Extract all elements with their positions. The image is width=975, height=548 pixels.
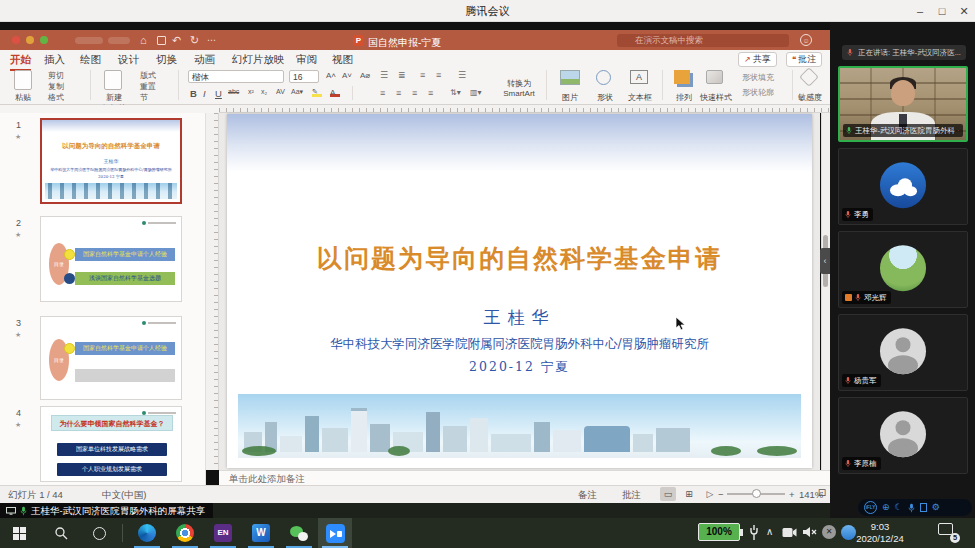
ifly-moon-icon[interactable]: ☾ [895,499,903,516]
tab-insert[interactable]: 插入 [44,53,65,67]
participant-video-4[interactable]: 杨贵军 [838,314,968,391]
quick-styles-label[interactable]: 快速样式 [696,92,736,103]
quick-styles-icon[interactable] [706,70,723,84]
ppt-search-input[interactable]: 在演示文稿中搜索 [617,34,789,47]
speaker-muted-icon[interactable] [803,526,817,538]
ifly-toolbar[interactable]: iFLY ⊕ ☾ ⚙ [858,499,972,516]
participant-video-2[interactable]: 李勇 [838,148,968,225]
normal-view-button[interactable]: ▭ [660,487,676,501]
strikethrough-button[interactable]: abc [228,88,239,95]
shape-fill-button[interactable]: 形状填充 [742,73,774,83]
numbering-icon[interactable]: ≣ [398,70,406,80]
shape-outline-button[interactable]: 形状轮廓 [742,88,774,98]
redo-icon[interactable]: ↻ [190,33,199,47]
maximize-button[interactable]: □ [934,3,950,19]
text-direction-icon[interactable]: ⇅▾ [450,88,461,98]
bullets-icon[interactable]: ☰ [380,70,388,80]
slide-thumbnail-4[interactable]: 为什么要申领国家自然科学基金？ 国家单位科技发展战略需求 个人职业规划发展需求 [40,406,182,482]
taskbar-word[interactable]: W [244,518,278,548]
toolbar-more-icon[interactable]: ⋯ [207,33,216,47]
taskbar-edge[interactable] [130,518,164,548]
tray-chevron-icon[interactable]: ∧ [766,526,773,537]
notes-placeholder[interactable]: 单击此处添加备注 [219,470,830,485]
feedback-smiley-icon[interactable]: ☺ [800,34,812,46]
tab-animations[interactable]: 动画 [194,53,215,67]
smartart-button[interactable]: 转换为 SmartArt [496,78,542,98]
highlight-color-icon[interactable]: ✎ [312,88,322,97]
arrange-icon[interactable] [674,70,690,84]
shapes-icon[interactable] [596,70,611,85]
align-right-icon[interactable]: ≡ [412,88,417,98]
font-size-combobox[interactable]: 16 [289,70,319,83]
zoom-in-button[interactable]: + [789,489,795,500]
slide-canvas[interactable]: 以问题为导向的自然科学基金申请 王桂华 华中科技大学同济医学院附属同济医院胃肠外… [227,114,812,468]
picture-icon[interactable] [560,70,580,85]
justify-icon[interactable]: ≡ [428,88,433,98]
format-painter-button[interactable]: 格式 [48,93,64,103]
new-slide-icon[interactable] [104,70,122,90]
font-color-icon[interactable]: A [330,88,340,97]
tab-review[interactable]: 审阅 [296,53,317,67]
power-plug-icon[interactable] [748,524,760,541]
superscript-button[interactable]: x² [248,88,254,95]
tab-slideshow[interactable]: 幻灯片放映 [232,53,285,67]
clear-format-icon[interactable]: A⌀ [360,71,370,80]
indent-decrease-icon[interactable]: ≡ [420,70,425,80]
mac-minimize-button[interactable] [26,36,34,44]
participant-video-3[interactable]: 邓光辉 [838,231,968,308]
ifly-doc-icon[interactable] [920,503,927,512]
tab-draw[interactable]: 绘图 [80,53,101,67]
slide-thumbnail-3[interactable]: 目录 国家自然科学基金申请个人经验 [40,316,182,400]
columns-icon[interactable]: ▥▾ [470,88,482,98]
zoom-out-button[interactable]: − [718,489,724,500]
mac-zoom-button[interactable] [40,36,48,44]
battery-indicator[interactable]: 100% [698,523,740,541]
taskbar-clock[interactable]: 9:03 2020/12/24 [845,521,915,545]
tab-home[interactable]: 开始 [10,53,31,71]
indent-increase-icon[interactable]: ≡ [436,70,441,80]
taskbar-meeting[interactable] [318,518,352,548]
align-left-icon[interactable]: ≡ [380,88,385,98]
taskbar-chrome[interactable] [168,518,202,548]
tray-camera-icon[interactable] [782,527,797,538]
mac-close-button[interactable] [12,36,20,44]
ifly-settings-icon[interactable]: ⚙ [932,499,940,516]
tab-view[interactable]: 视图 [332,53,353,67]
notes-toggle[interactable]: 备注 [578,489,597,502]
paste-icon[interactable] [14,70,32,90]
minimize-button[interactable]: – [912,3,928,19]
char-spacing-icon[interactable]: AV [276,88,285,95]
close-button[interactable]: ✕ [956,3,972,19]
slide-thumbnail-1[interactable]: 以问题为导向的自然科学基金申请 王桂华 华中科技大学同济医学院附属同济医院胃肠外… [40,118,182,204]
undo-icon[interactable]: ↶ [172,33,181,47]
shapes-label[interactable]: 形状 [590,92,620,103]
ifly-mic-icon[interactable] [908,503,915,513]
tab-design[interactable]: 设计 [118,53,139,67]
pane-collapse-handle[interactable]: ‹ [820,248,830,274]
slide-thumbnail-2[interactable]: 目录 国家自然科学基金申请个人经验 浅谈国家自然科学基金选题 [40,216,182,302]
line-spacing-icon[interactable]: ☰ [458,70,466,80]
section-button[interactable]: 节 [140,93,148,103]
zoom-slider-knob[interactable] [752,489,761,498]
language-indicator[interactable]: 中文(中国) [102,489,146,502]
tab-transitions[interactable]: 切换 [156,53,177,67]
textbox-icon[interactable]: A [630,70,648,84]
participant-video-5[interactable]: 李原楠 [838,397,968,474]
fit-to-window-button[interactable]: ⊡ [814,486,830,500]
change-case-icon[interactable]: Aa▾ [291,88,303,96]
cortana-button[interactable] [82,518,116,548]
start-button[interactable] [2,518,36,548]
save-icon[interactable] [157,36,166,45]
taskbar-search-button[interactable] [44,518,78,548]
font-name-combobox[interactable]: 楷体 [188,70,284,83]
ifly-target-icon[interactable]: ⊕ [882,499,890,516]
cut-button[interactable]: 剪切 [48,71,64,81]
align-center-icon[interactable]: ≡ [396,88,401,98]
underline-button[interactable]: U [215,88,222,99]
notification-center-button[interactable]: 5 [938,523,958,541]
participant-video-1[interactable]: 王桂华-武汉同济医院胃肠外科 [838,66,968,142]
home-icon[interactable]: ⌂ [140,33,147,47]
shrink-font-icon[interactable]: A˅ [342,71,352,80]
bold-button[interactable]: B [190,88,197,99]
comments-toggle[interactable]: 批注 [622,489,641,502]
